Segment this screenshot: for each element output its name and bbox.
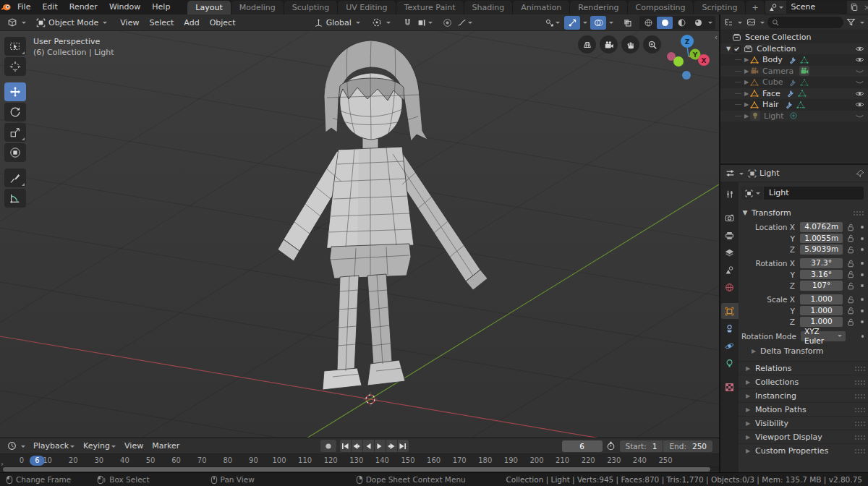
transform-value-field[interactable]: 1.000 <box>800 294 843 304</box>
axis-neg-z-ball[interactable] <box>682 71 691 80</box>
frame-tick-190[interactable]: 190 <box>504 456 518 464</box>
lock-open-icon[interactable] <box>846 270 856 278</box>
properties-tab-physics[interactable] <box>721 338 739 354</box>
animate-dot[interactable] <box>861 310 864 312</box>
transform-value-field[interactable]: 1.000 <box>800 306 843 316</box>
timeline-ruler[interactable]: 0102030405060708090100110120130140150160… <box>0 454 719 467</box>
tab-sculpting[interactable]: Sculpting <box>284 1 338 14</box>
play-reverse-button[interactable] <box>363 440 374 452</box>
auto-key-button[interactable] <box>320 440 336 452</box>
panel-grip[interactable] <box>853 210 864 216</box>
end-frame-field[interactable]: End: 250 <box>663 440 712 452</box>
proportional-falloff-selector[interactable] <box>456 16 474 30</box>
scale-tool-button[interactable] <box>4 123 26 142</box>
editor-type-button[interactable] <box>4 16 30 30</box>
menu-render[interactable]: Render <box>64 0 103 14</box>
shading-material-button[interactable] <box>673 17 689 29</box>
rotation-mode-dropdown[interactable]: XYZ Euler <box>801 331 846 341</box>
next-keyframe-button[interactable] <box>386 440 397 452</box>
tab-compositing[interactable]: Compositing <box>628 1 694 14</box>
animate-dot[interactable] <box>861 262 864 265</box>
frame-tick-30[interactable]: 30 <box>94 456 103 464</box>
viewport-menu-add[interactable]: Add <box>179 14 204 31</box>
tab-uv-editing[interactable]: UV Editing <box>338 1 396 14</box>
panel-grip[interactable] <box>854 393 865 398</box>
measure-tool-button[interactable] <box>4 189 26 208</box>
disclosure-closed-icon[interactable]: ▶ <box>743 113 750 119</box>
frame-tick-240[interactable]: 240 <box>633 456 647 464</box>
tab-scripting[interactable]: Scripting <box>694 1 746 14</box>
panel-grip[interactable] <box>854 421 865 426</box>
panel-grip[interactable] <box>854 366 865 371</box>
3d-viewport[interactable]: User Perspective (6) Collection | Light <box>0 31 719 438</box>
pan-view-button[interactable] <box>621 35 639 54</box>
animate-dot[interactable] <box>861 320 864 323</box>
menu-edit[interactable]: Edit <box>36 0 63 14</box>
outliner-row-body[interactable]: ▶Body <box>720 54 868 66</box>
panel-viewport-display[interactable]: ▶Viewport Display <box>739 430 868 443</box>
frame-tick-140[interactable]: 140 <box>375 456 389 464</box>
rotate-tool-button[interactable] <box>4 103 26 122</box>
shading-wireframe-button[interactable] <box>640 17 656 29</box>
outliner-search[interactable] <box>767 17 843 28</box>
panel-grip[interactable] <box>854 435 865 440</box>
frame-tick-250[interactable]: 250 <box>658 456 672 464</box>
proportional-editing-toggle[interactable] <box>440 16 456 30</box>
menu-window[interactable]: Window <box>103 0 146 14</box>
delta-transform-subpanel[interactable]: ▶ Delta Transform <box>750 346 864 356</box>
frame-tick-80[interactable]: 80 <box>223 456 232 464</box>
transform-value-field[interactable]: 1.0055m <box>800 234 843 244</box>
properties-tab-object[interactable] <box>721 303 739 319</box>
perspective-toggle-button[interactable] <box>578 35 596 54</box>
panel-instancing[interactable]: ▶Instancing <box>739 388 868 402</box>
tab-modeling[interactable]: Modeling <box>231 1 284 14</box>
disclosure-closed-icon[interactable]: ▶ <box>743 79 750 85</box>
zoom-view-button[interactable] <box>643 35 661 54</box>
move-tool-button[interactable] <box>4 82 26 101</box>
scene-name[interactable]: Scene <box>786 1 847 14</box>
lock-open-icon[interactable] <box>846 318 856 326</box>
panel-grip[interactable] <box>854 380 865 385</box>
animate-dot[interactable] <box>861 298 864 301</box>
outliner-item-label[interactable]: Collection <box>757 44 796 54</box>
timeline-menu-keying[interactable]: Keying <box>79 441 120 451</box>
add-workspace-button[interactable]: + <box>746 1 765 14</box>
frame-tick-150[interactable]: 150 <box>401 456 414 464</box>
show-overlays-toggle[interactable] <box>590 16 606 30</box>
outliner-row-camera[interactable]: ▶Camera <box>720 66 868 77</box>
lock-open-icon[interactable] <box>846 307 856 315</box>
panel-collections[interactable]: ▶Collections <box>739 375 868 388</box>
frame-tick-200[interactable]: 200 <box>529 456 543 464</box>
frame-tick-110[interactable]: 110 <box>298 456 312 464</box>
disclosure-open-icon[interactable]: ▼ <box>725 46 732 52</box>
frame-tick-100[interactable]: 100 <box>272 456 286 464</box>
outliner-item-label[interactable]: Camera <box>762 67 793 76</box>
disclosure-closed-icon[interactable]: ▶ <box>743 56 750 63</box>
frame-tick-0[interactable]: 0 <box>20 456 24 464</box>
animate-dot[interactable] <box>861 284 864 287</box>
show-overlays-dropdown[interactable] <box>606 16 615 30</box>
viewport-menu-view[interactable]: View <box>115 14 144 31</box>
object-type-visibility-selector[interactable] <box>543 16 561 30</box>
eye-closed-icon[interactable] <box>855 67 864 76</box>
collection-checkbox-icon[interactable] <box>732 44 741 54</box>
frame-tick-40[interactable]: 40 <box>120 456 129 464</box>
jump-to-start-button[interactable] <box>340 440 351 452</box>
timeline-expand-icon[interactable]: › <box>1 460 4 468</box>
tab-texture-paint[interactable]: Texture Paint <box>396 1 464 14</box>
outliner-item-label[interactable]: Scene Collection <box>745 33 811 42</box>
properties-tab-texture[interactable] <box>721 379 739 395</box>
outliner-row-hair[interactable]: ▶Hair <box>720 99 868 111</box>
panel-custom-properties[interactable]: ▶Custom Properties <box>739 443 868 457</box>
start-frame-field[interactable]: Start: 1 <box>620 440 663 452</box>
snap-toggle[interactable] <box>400 16 416 30</box>
show-gizmo-toggle[interactable] <box>564 16 580 30</box>
unlink-scene-icon[interactable]: × <box>861 1 868 14</box>
copy-scene-icon[interactable] <box>847 1 861 14</box>
object-name-field[interactable]: Light <box>764 187 864 200</box>
timeline-editor-type-button[interactable] <box>4 439 29 453</box>
properties-tab-scene[interactable] <box>721 262 739 278</box>
panel-relations[interactable]: ▶Relations <box>739 361 868 375</box>
eye-open-icon[interactable] <box>855 89 864 98</box>
lock-open-icon[interactable] <box>846 246 856 254</box>
